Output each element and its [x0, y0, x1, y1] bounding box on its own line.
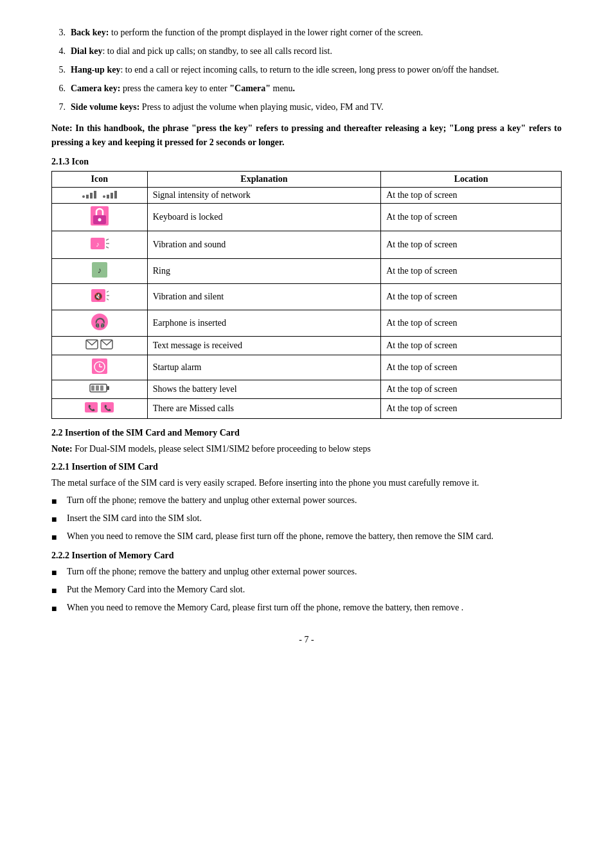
svg-text:♪: ♪	[98, 265, 102, 275]
table-row: 🔇 Vibration and silent At the top of scr…	[52, 283, 562, 310]
section-222-title: 2.2.2 Insertion of Memory Card	[51, 551, 562, 561]
bullet-text: When you need to remove the Memory Card,…	[67, 601, 463, 614]
bullet-icon: ■	[51, 602, 63, 616]
icon-cell-battery	[52, 380, 148, 398]
svg-text:📞: 📞	[88, 404, 96, 412]
bullet-text: When you need to remove the SIM card, pl…	[67, 529, 493, 543]
section-221-title: 2.2.1 Insertion of SIM Card	[51, 462, 562, 472]
vibsound-icon: ♪	[89, 234, 110, 256]
bullet-text: Put the Memory Card into the Memory Card…	[67, 583, 245, 596]
message-icon	[85, 339, 113, 350]
explanation-kbdlock: Keyboard is locked	[147, 203, 380, 231]
page-number: - 7 -	[51, 635, 562, 645]
alarm-icon	[91, 358, 108, 377]
signal-icon	[82, 191, 117, 199]
table-row: ♪ Ring At the top of screen	[52, 258, 562, 283]
section-22: 2.2 Insertion of the SIM Card and Memory…	[51, 428, 562, 616]
ring-icon: ♪	[91, 261, 108, 281]
list-item-4: 4. Dial key: to dial and pick up calls; …	[51, 44, 562, 58]
list-content-7: Side volume keys: Press to adjust the vo…	[71, 100, 562, 114]
svg-line-4	[106, 239, 109, 240]
th-location: Location	[381, 171, 562, 187]
icon-cell-vibsilent: 🔇	[52, 283, 148, 310]
location-kbdlock: At the top of screen	[381, 203, 562, 231]
section-221-body: The metal surface of the SIM card is ver…	[51, 476, 562, 490]
list-content-5: Hang-up key: to end a call or reject inc…	[71, 63, 562, 76]
th-explanation: Explanation	[147, 171, 380, 187]
list-item-3: 3. Back key: to perform the function of …	[51, 26, 562, 39]
svg-rect-25	[100, 385, 103, 391]
table-row: Startup alarm At the top of screen	[52, 355, 562, 380]
explanation-battery: Shows the battery level	[147, 380, 380, 398]
table-row: Text message is received At the top of s…	[52, 336, 562, 355]
section-22-note: Note: For Dual-SIM models, please select…	[51, 442, 562, 456]
list-item: ■ When you need to remove the Memory Car…	[51, 601, 562, 616]
icon-table: Icon Explanation Location	[51, 171, 562, 419]
kbdlock-icon	[91, 206, 109, 226]
missed-calls-icon: 📞 📞	[84, 402, 114, 413]
svg-point-1	[98, 218, 101, 221]
svg-line-11	[107, 291, 109, 292]
list-item-7: 7. Side volume keys: Press to adjust the…	[51, 100, 562, 114]
icon-cell-vibsound: ♪	[52, 231, 148, 258]
svg-text:🎧: 🎧	[94, 317, 105, 328]
list-num-3: 3.	[51, 26, 71, 39]
svg-rect-24	[96, 385, 99, 391]
th-icon: Icon	[52, 171, 148, 187]
bullet-icon: ■	[51, 566, 63, 580]
list-num-4: 4.	[51, 44, 71, 58]
list-content-4: Dial key: to dial and pick up calls; on …	[71, 44, 562, 58]
table-row: 🎧 Earphone is inserted At the top of scr…	[52, 310, 562, 336]
bullet-text: Insert the SIM card into the SIM slot.	[67, 511, 202, 525]
section-221-bullets: ■ Turn off the phone; remove the battery…	[51, 493, 562, 544]
note-paragraph: Note: In this handbook, the phrase "pres…	[51, 121, 562, 150]
icon-cell-signal	[52, 187, 148, 203]
table-row: 📞 📞 There are Missed calls At the top of…	[52, 398, 562, 418]
explanation-earphone: Earphone is inserted	[147, 310, 380, 336]
location-earphone: At the top of screen	[381, 310, 562, 336]
svg-text:📞: 📞	[104, 404, 112, 412]
location-vibsound: At the top of screen	[381, 231, 562, 258]
section-22-title: 2.2 Insertion of the SIM Card and Memory…	[51, 428, 562, 438]
location-signal: At the top of screen	[381, 187, 562, 203]
location-battery: At the top of screen	[381, 380, 562, 398]
list-item: ■ Turn off the phone; remove the battery…	[51, 493, 562, 508]
explanation-message: Text message is received	[147, 336, 380, 355]
explanation-signal: Signal intensity of network	[147, 187, 380, 203]
icon-cell-ring: ♪	[52, 258, 148, 283]
location-alarm: At the top of screen	[381, 355, 562, 380]
earphone-icon: 🎧	[91, 313, 109, 333]
location-message: At the top of screen	[381, 336, 562, 355]
table-row: Shows the battery level At the top of sc…	[52, 380, 562, 398]
vibsilent-icon: 🔇	[90, 287, 109, 307]
svg-rect-26	[107, 386, 109, 390]
explanation-alarm: Startup alarm	[147, 355, 380, 380]
bullet-icon: ■	[51, 584, 63, 598]
list-item: ■ Turn off the phone; remove the battery…	[51, 565, 562, 580]
svg-text:♪: ♪	[96, 240, 100, 248]
list-item-6: 6. Camera key: press the camera key to e…	[51, 82, 562, 95]
explanation-ring: Ring	[147, 258, 380, 283]
icon-cell-alarm	[52, 355, 148, 380]
svg-line-13	[107, 299, 109, 300]
bullet-icon: ■	[51, 495, 63, 508]
icon-cell-message	[52, 336, 148, 355]
explanation-vibsilent: Vibration and silent	[147, 283, 380, 310]
table-row: ♪ Vibration and sound At the top of scre…	[52, 231, 562, 258]
svg-rect-23	[91, 385, 94, 391]
location-ring: At the top of screen	[381, 258, 562, 283]
table-header-row: Icon Explanation Location	[52, 171, 562, 187]
explanation-missed: There are Missed calls	[147, 398, 380, 418]
bullet-text: Turn off the phone; remove the battery a…	[67, 493, 357, 507]
table-row: Keyboard is locked At the top of screen	[52, 203, 562, 231]
list-item: ■ Insert the SIM card into the SIM slot.	[51, 511, 562, 526]
icon-cell-kbdlock	[52, 203, 148, 231]
list-num-7: 7.	[51, 100, 71, 114]
location-missed: At the top of screen	[381, 398, 562, 418]
explanation-vibsound: Vibration and sound	[147, 231, 380, 258]
numbered-list: 3. Back key: to perform the function of …	[51, 26, 562, 114]
bullet-icon: ■	[51, 513, 63, 526]
list-item: ■ Put the Memory Card into the Memory Ca…	[51, 583, 562, 598]
section-222-bullets: ■ Turn off the phone; remove the battery…	[51, 565, 562, 616]
bullet-icon: ■	[51, 531, 63, 544]
